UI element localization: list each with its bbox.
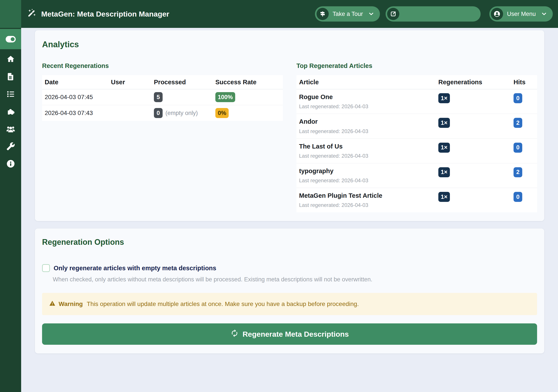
sidebar-item-plugins[interactable] xyxy=(0,103,21,120)
regenerations-badge: 1× xyxy=(438,192,450,202)
sidebar-item-document[interactable] xyxy=(0,68,21,85)
take-a-tour-button[interactable]: Take a Tour xyxy=(315,6,380,22)
sidebar-item-users[interactable] xyxy=(0,120,21,138)
sidebar-item-list[interactable] xyxy=(0,85,21,103)
recent-regenerations-section: Recent Regenerations Date User Processed… xyxy=(42,62,283,121)
article-title: The Last of Us xyxy=(299,142,438,150)
column-header-date: Date xyxy=(42,79,111,86)
empty-only-checkbox-row[interactable]: Only regenerate articles with empty meta… xyxy=(42,264,537,272)
hits-badge: 2 xyxy=(514,167,522,177)
article-row: Andor Last regenerated: 2026-04-03 1× 2 xyxy=(296,114,537,138)
analytics-card: Analytics Recent Regenerations Date User… xyxy=(35,30,544,221)
regenerate-button-label: Regenerate Meta Descriptions xyxy=(243,330,349,338)
sidebar-nav xyxy=(0,29,21,172)
signpost-icon xyxy=(316,8,329,20)
processed-badge: 0 xyxy=(154,108,163,118)
chevron-down-icon xyxy=(541,11,547,17)
empty-only-checkbox-label: Only regenerate articles with empty meta… xyxy=(54,264,216,272)
sidebar-item-tools[interactable] xyxy=(0,138,21,155)
home-icon xyxy=(6,55,15,64)
cell-date: 2026-04-03 07:45 xyxy=(42,94,111,101)
article-title: MetaGen Plugin Test Article xyxy=(299,192,438,199)
sidebar-logo-block xyxy=(0,0,21,28)
success-rate-badge: 100% xyxy=(215,92,235,102)
column-header-regenerations: Regenerations xyxy=(438,79,514,86)
hits-badge: 0 xyxy=(514,93,522,103)
article-last-regenerated: Last regenerated: 2026-04-03 xyxy=(299,128,438,134)
top-regenerated-title: Top Regenerated Articles xyxy=(296,62,537,69)
table-header-row: Date User Processed Success Rate xyxy=(42,75,283,89)
main-content: Analytics Recent Regenerations Date User… xyxy=(21,28,558,353)
users-icon xyxy=(6,124,16,134)
sidebar-item-toggle[interactable] xyxy=(0,29,21,49)
wrench-icon xyxy=(6,142,15,151)
magic-wand-icon xyxy=(27,8,37,20)
column-header-hits: Hits xyxy=(514,79,537,86)
info-icon xyxy=(6,159,15,168)
empty-only-checkbox-help: When checked, only articles without meta… xyxy=(53,276,537,283)
warning-triangle-icon xyxy=(49,300,56,308)
user-menu-button[interactable]: User Menu xyxy=(489,6,553,22)
table-row: 2026-04-03 07:43 0 (empty only) 0% xyxy=(42,105,283,121)
processed-note: (empty only) xyxy=(166,110,198,117)
hits-badge: 0 xyxy=(514,143,522,153)
cell-date: 2026-04-03 07:43 xyxy=(42,110,111,117)
regenerations-badge: 1× xyxy=(438,167,450,177)
recent-regenerations-title: Recent Regenerations xyxy=(42,62,283,69)
table-header-row: Article Regenerations Hits xyxy=(296,75,537,89)
column-header-article: Article xyxy=(296,79,438,86)
hits-badge: 2 xyxy=(514,118,522,128)
column-header-user: User xyxy=(111,79,154,86)
regeneration-options-title: Regeneration Options xyxy=(42,238,537,247)
page-title: MetaGen: Meta Description Manager xyxy=(41,10,169,18)
column-header-success-rate: Success Rate xyxy=(215,79,283,86)
list-icon xyxy=(6,90,15,99)
brand: MetaGen: Meta Description Manager xyxy=(27,8,169,20)
warning-banner: Warning This operation will update multi… xyxy=(42,293,537,315)
sidebar xyxy=(0,0,21,392)
article-title: typography xyxy=(299,167,438,175)
article-row: MetaGen Plugin Test Article Last regener… xyxy=(296,188,537,212)
regenerate-button[interactable]: Regenerate Meta Descriptions xyxy=(42,324,537,345)
chevron-down-icon xyxy=(368,11,374,17)
app-root: MetaGen: Meta Description Manager Take a… xyxy=(0,0,558,392)
puzzle-icon xyxy=(6,107,15,116)
hits-badge: 0 xyxy=(514,192,522,202)
processed-badge: 5 xyxy=(154,92,163,102)
article-last-regenerated: Last regenerated: 2026-04-03 xyxy=(299,178,438,184)
external-link-button[interactable] xyxy=(386,6,481,22)
article-title: Rogue One xyxy=(299,93,438,101)
warning-label: Warning xyxy=(59,300,83,307)
refresh-icon xyxy=(230,329,239,339)
column-header-processed: Processed xyxy=(154,79,215,86)
sidebar-item-home[interactable] xyxy=(0,51,21,68)
user-avatar-icon xyxy=(491,8,503,20)
sidebar-item-info[interactable] xyxy=(0,155,21,172)
regenerations-badge: 1× xyxy=(438,118,450,128)
regenerations-badge: 1× xyxy=(438,143,450,153)
user-menu-label: User Menu xyxy=(507,11,536,17)
article-title: Andor xyxy=(299,118,438,125)
take-a-tour-label: Take a Tour xyxy=(333,11,363,17)
article-row: The Last of Us Last regenerated: 2026-04… xyxy=(296,139,537,163)
article-last-regenerated: Last regenerated: 2026-04-03 xyxy=(299,153,438,159)
article-row: Rogue One Last regenerated: 2026-04-03 1… xyxy=(296,89,537,114)
top-regenerated-section: Top Regenerated Articles Article Regener… xyxy=(296,62,537,212)
recent-regenerations-table: Date User Processed Success Rate 2026-04… xyxy=(42,75,283,121)
document-icon xyxy=(6,72,15,81)
top-bar: MetaGen: Meta Description Manager Take a… xyxy=(21,0,558,28)
success-rate-badge: 0% xyxy=(215,108,229,118)
toggle-icon xyxy=(5,36,16,43)
article-last-regenerated: Last regenerated: 2026-04-03 xyxy=(299,202,438,208)
article-row: typography Last regenerated: 2026-04-03 … xyxy=(296,163,537,188)
regeneration-options-card: Regeneration Options Only regenerate art… xyxy=(35,229,544,353)
analytics-title: Analytics xyxy=(42,40,537,49)
empty-only-checkbox[interactable] xyxy=(42,264,50,272)
top-regenerated-table: Article Regenerations Hits Rogue One Las… xyxy=(296,75,537,212)
topbar-actions: Take a Tour User Menu xyxy=(315,6,553,22)
external-link-icon xyxy=(387,8,399,20)
warning-text: This operation will update multiple arti… xyxy=(87,300,359,307)
regenerations-badge: 1× xyxy=(438,93,450,103)
article-last-regenerated: Last regenerated: 2026-04-03 xyxy=(299,103,438,110)
table-row: 2026-04-03 07:45 5 100% xyxy=(42,89,283,105)
